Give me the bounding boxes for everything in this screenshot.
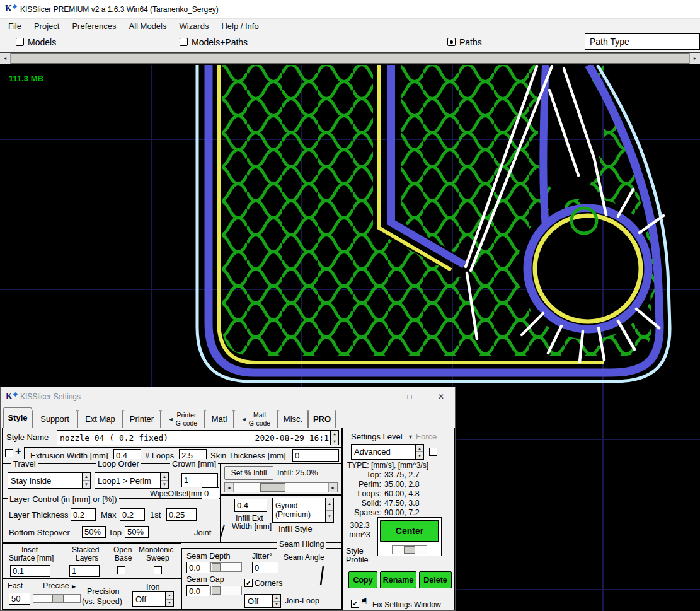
corners-checkbox[interactable]: ✓ (244, 579, 253, 587)
menu-wizards[interactable]: Wizards (173, 21, 215, 31)
precision-slider-track[interactable] (33, 595, 80, 602)
infill-style-spinner[interactable]: ▲▼ (325, 498, 333, 522)
precision-slider[interactable] (33, 594, 81, 603)
stacked-layers-input[interactable] (69, 565, 100, 577)
seam-gap-slider-thumb[interactable] (212, 586, 221, 595)
settings-level-checkbox[interactable] (429, 448, 437, 456)
join-loop-spinner[interactable]: ▲▼ (272, 595, 280, 607)
radio-paths[interactable] (447, 38, 456, 46)
path-type-select[interactable]: Path Type (585, 33, 700, 50)
tab-ext-map[interactable]: Ext Map (77, 410, 123, 428)
scroll-thumb[interactable] (11, 53, 689, 64)
infill-style-select[interactable]: Gyroid(Premium) ▲▼ (272, 498, 334, 523)
seam-gap-slider-track[interactable] (211, 586, 241, 595)
inset-surface-input[interactable] (10, 565, 50, 577)
tab-matl[interactable]: Matl (205, 410, 234, 428)
delete-button[interactable]: Delete (419, 571, 452, 588)
center-button[interactable]: Center (380, 520, 439, 542)
travel-spinner[interactable]: ▲▼ (82, 473, 90, 488)
copy-button[interactable]: Copy (348, 571, 377, 588)
join-loop-select[interactable]: Off ▲▼ (244, 594, 281, 608)
seam-depth-slider-thumb[interactable] (212, 563, 221, 571)
seam-depth-input[interactable] (186, 562, 209, 573)
settings-level-spinner[interactable]: ▲▼ (415, 445, 423, 459)
tab-support[interactable]: Support (32, 410, 77, 428)
spin-up-icon[interactable]: ▲ (166, 592, 173, 599)
precision-slider-thumb[interactable] (52, 595, 64, 602)
wipe-offset-input[interactable] (202, 487, 219, 499)
style-name-field[interactable]: nozzle 04 ( 0.2 fixed) 2020-08-29 16:1 ▲… (57, 430, 339, 445)
spin-down-icon[interactable]: ▼ (273, 601, 280, 608)
close-button[interactable]: ✕ (427, 387, 455, 406)
tab-style[interactable]: Style (3, 407, 32, 428)
scroll-right-arrow-icon[interactable]: ► (689, 53, 700, 64)
seam-gap-input[interactable] (186, 585, 209, 596)
set-infill-button[interactable]: Set % Infill (224, 466, 273, 480)
skin-thickness-input[interactable] (292, 449, 339, 462)
seam-depth-slider[interactable] (210, 562, 242, 572)
spin-up-icon[interactable]: ▲ (161, 473, 168, 480)
menu-file[interactable]: File (2, 21, 28, 31)
iron-select[interactable]: Off ▲▼ (132, 591, 174, 607)
radio-models[interactable] (16, 38, 24, 46)
slider-left-arrow-icon[interactable]: ◄ (225, 483, 234, 492)
spin-down-icon[interactable]: ▼ (161, 480, 168, 489)
spin-up-icon[interactable]: ▲ (331, 431, 338, 438)
infill-slider-track[interactable] (234, 483, 328, 492)
open-base-checkbox[interactable] (117, 566, 125, 574)
jitter-input[interactable] (252, 562, 278, 573)
scroll-track[interactable] (11, 53, 689, 64)
layer-thickness-input[interactable] (71, 508, 96, 521)
tab-pro[interactable]: PRO (308, 410, 336, 428)
crown-input[interactable] (181, 473, 218, 487)
maximize-button[interactable]: □ (396, 387, 423, 406)
seam-depth-slider-track[interactable] (211, 563, 241, 571)
center-slider[interactable] (392, 545, 427, 554)
menu-project[interactable]: Project (28, 21, 66, 31)
spin-down-icon[interactable]: ▼ (83, 480, 90, 489)
travel-select[interactable]: Stay Inside ▲▼ (8, 472, 91, 489)
infill-slider-thumb[interactable] (260, 483, 285, 492)
infill-slider[interactable]: ◄ ► (224, 482, 338, 492)
radio-models-paths[interactable] (180, 38, 188, 46)
settings-titlebar[interactable]: K KISSlicer Settings ─ □ ✕ (1, 387, 455, 406)
force-dropdown-icon[interactable]: ▼ (408, 434, 413, 440)
spin-up-icon[interactable]: ▲ (273, 595, 280, 601)
scroll-left-arrow-icon[interactable]: ◄ (0, 53, 11, 64)
style-select-checkbox[interactable] (5, 449, 13, 457)
bottom-stepover-input[interactable] (82, 526, 106, 538)
center-slider-track[interactable] (393, 546, 427, 554)
iron-spinner[interactable]: ▲▼ (165, 592, 173, 606)
seam-angle-dial[interactable] (314, 563, 329, 588)
menu-help-info[interactable]: Help / Info (215, 21, 265, 31)
menu-all-models[interactable]: All Models (123, 21, 173, 31)
center-slider-thumb[interactable] (404, 546, 415, 554)
main-titlebar[interactable]: K KISSlicer PREMIUM v2 a 1.6.3 Win64 (Ta… (0, 0, 700, 19)
top-stepover-input[interactable] (125, 526, 149, 538)
add-style-icon[interactable]: + (15, 445, 21, 458)
monotonic-sweep-checkbox[interactable] (154, 566, 162, 574)
layer-first-input[interactable] (166, 508, 197, 521)
menu-preferences[interactable]: Preferences (66, 21, 122, 31)
spin-down-icon[interactable]: ▼ (331, 438, 338, 445)
minimize-button[interactable]: ─ (364, 387, 392, 406)
loop-order-spinner[interactable]: ▲▼ (160, 473, 168, 488)
spin-down-icon[interactable]: ▼ (416, 451, 423, 459)
precision-value-input[interactable] (9, 593, 30, 605)
spin-down-icon[interactable]: ▼ (166, 599, 173, 607)
style-name-spinner[interactable]: ▲▼ (330, 431, 338, 445)
tab-printer-gcode[interactable]: ◄ PrinterG-code (161, 410, 205, 428)
spin-down-icon[interactable]: ▼ (326, 510, 333, 523)
spin-up-icon[interactable]: ▲ (416, 445, 423, 451)
spin-up-icon[interactable]: ▲ (326, 498, 333, 510)
seam-gap-slider[interactable] (210, 586, 242, 595)
layer-max-input[interactable] (120, 508, 145, 521)
fix-settings-checkbox[interactable]: ✓ (351, 600, 359, 608)
rename-button[interactable]: Rename (380, 571, 416, 588)
loop-order-select[interactable]: Loop1 > Perim ▲▼ (95, 472, 169, 489)
view-scrollbar[interactable]: ◄ ► (0, 52, 700, 65)
infill-ext-width-input[interactable] (234, 499, 267, 512)
spin-up-icon[interactable]: ▲ (83, 473, 90, 480)
slider-right-arrow-icon[interactable]: ► (328, 483, 337, 492)
tab-printer[interactable]: Printer (123, 410, 161, 428)
